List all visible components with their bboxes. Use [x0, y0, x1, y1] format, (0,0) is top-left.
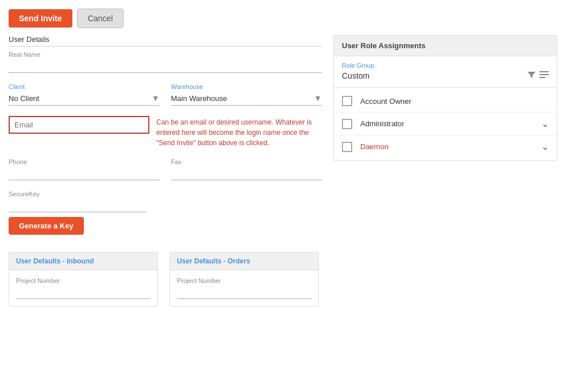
- client-select[interactable]: No Client: [9, 94, 149, 103]
- role-item-administrator[interactable]: Administrator ⌄: [334, 112, 557, 135]
- role-filter-icon[interactable]: [527, 70, 536, 81]
- role-checkbox-account-owner[interactable]: [342, 96, 352, 106]
- defaults-inbound-header: User Defaults - Inbound: [9, 253, 157, 270]
- role-group-icons: [527, 70, 549, 81]
- role-item-account-owner[interactable]: Account Owner: [334, 90, 557, 112]
- role-group-row: Custom: [342, 70, 549, 81]
- inbound-project-number-input[interactable]: [16, 285, 151, 299]
- role-item-daemon[interactable]: Daemon ⌄: [334, 135, 557, 158]
- phone-label: Phone: [9, 158, 160, 165]
- role-checkbox-administrator[interactable]: [342, 119, 352, 129]
- warehouse-filter-icon[interactable]: ▼: [314, 94, 322, 103]
- client-label: Client: [9, 83, 160, 90]
- email-field-wrap: [9, 116, 149, 134]
- defaults-inbound-body: Project Number: [9, 270, 157, 306]
- defaults-inbound-panel: User Defaults - Inbound Project Number: [9, 252, 158, 306]
- administrator-chevron-icon: ⌄: [541, 118, 549, 129]
- inbound-project-number-label: Project Number: [16, 277, 151, 284]
- role-checkbox-daemon[interactable]: [342, 142, 352, 152]
- client-select-wrapper: No Client ▼: [9, 91, 160, 106]
- warehouse-group: Warehouse Main Warehouse ▼: [171, 83, 322, 106]
- role-name-account-owner: Account Owner: [360, 97, 549, 106]
- secure-key-input[interactable]: [9, 199, 147, 212]
- user-details-section-header: User Details: [9, 35, 322, 46]
- orders-project-number-label: Project Number: [177, 277, 311, 284]
- real-name-input[interactable]: [9, 59, 322, 73]
- top-action-bar: Send Invite Cancel: [9, 9, 565, 28]
- send-invite-button[interactable]: Send Invite: [9, 9, 72, 28]
- warehouse-select[interactable]: Main Warehouse: [171, 94, 312, 103]
- client-group: Client No Client ▼: [9, 83, 160, 106]
- defaults-section: User Defaults - Inbound Project Number U…: [9, 252, 322, 306]
- secure-key-label: SecureKey: [9, 191, 322, 197]
- defaults-orders-body: Project Number: [170, 270, 318, 306]
- role-assignments-panel: User Role Assignments Role Group Custom: [333, 35, 557, 161]
- defaults-orders-panel: User Defaults - Orders Project Number: [169, 252, 319, 306]
- fax-input[interactable]: [171, 166, 322, 180]
- secure-key-group: SecureKey Generate a Key: [9, 191, 322, 235]
- role-panel-header: User Role Assignments: [334, 36, 557, 56]
- user-details-label: User Details: [9, 35, 49, 44]
- fax-group: Fax: [171, 158, 322, 180]
- role-name-daemon: Daemon: [360, 142, 537, 151]
- phone-fax-row: Phone Fax: [9, 158, 322, 180]
- generate-key-button[interactable]: Generate a Key: [9, 217, 84, 235]
- role-name-administrator: Administrator: [360, 119, 537, 128]
- role-group-label: Role Group: [342, 62, 549, 69]
- role-panel-title: User Role Assignments: [342, 41, 425, 50]
- email-row: Can be an email or desired username. Wha…: [9, 116, 322, 148]
- role-edit-icon[interactable]: [540, 71, 549, 81]
- orders-project-number-input[interactable]: [177, 285, 311, 299]
- email-tooltip: Can be an email or desired username. Wha…: [156, 116, 322, 148]
- client-filter-icon[interactable]: ▼: [152, 94, 160, 103]
- warehouse-label: Warehouse: [171, 83, 322, 90]
- email-input[interactable]: [9, 116, 149, 134]
- cancel-button[interactable]: Cancel: [77, 9, 124, 28]
- client-warehouse-row: Client No Client ▼ Warehouse Main Wareho…: [9, 83, 322, 106]
- real-name-group: Real Name: [9, 51, 322, 73]
- right-column: User Role Assignments Role Group Custom: [333, 35, 557, 306]
- role-group-section: Role Group Custom: [334, 56, 557, 88]
- left-column: User Details Real Name Client No Client …: [9, 35, 322, 306]
- fax-label: Fax: [171, 158, 322, 165]
- daemon-chevron-icon: ⌄: [541, 141, 549, 152]
- warehouse-select-wrapper: Main Warehouse ▼: [171, 91, 322, 106]
- role-group-value: Custom: [342, 71, 522, 80]
- real-name-label: Real Name: [9, 51, 322, 58]
- main-layout: User Details Real Name Client No Client …: [9, 35, 565, 306]
- role-list: Account Owner Administrator ⌄ Daemon ⌄: [334, 88, 557, 160]
- phone-input[interactable]: [9, 166, 160, 180]
- phone-group: Phone: [9, 158, 160, 180]
- defaults-orders-header: User Defaults - Orders: [170, 253, 318, 270]
